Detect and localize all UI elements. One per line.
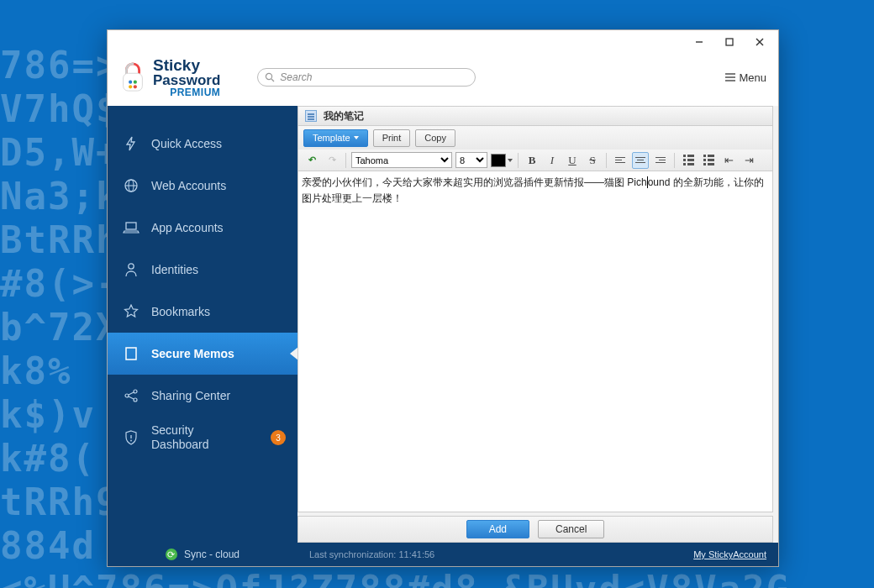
- copy-button[interactable]: Copy: [415, 129, 455, 147]
- indent-icon: ⇥: [745, 154, 754, 166]
- window-titlebar: [108, 30, 778, 54]
- hamburger-icon: [725, 73, 735, 81]
- outdent-icon: ⇤: [724, 154, 734, 166]
- sidebar-item-label: App Accounts: [151, 221, 224, 234]
- search-input[interactable]: Search: [257, 68, 476, 87]
- redo-icon: ↷: [329, 155, 336, 165]
- window-minimize-button[interactable]: [684, 33, 714, 51]
- align-right-icon: [656, 157, 666, 163]
- window-maximize-button[interactable]: [714, 33, 745, 51]
- undo-button[interactable]: ↶: [303, 152, 320, 169]
- brand-line2: Password: [153, 73, 220, 87]
- svg-point-9: [266, 73, 272, 79]
- svg-line-23: [129, 392, 134, 395]
- sidebar-item-app-accounts[interactable]: App Accounts: [108, 207, 297, 249]
- italic-icon: I: [550, 154, 554, 167]
- search-placeholder: Search: [280, 71, 312, 83]
- close-icon: [756, 38, 764, 46]
- sidebar-item-sharing-center[interactable]: Sharing Center: [108, 375, 297, 417]
- brand-line1: Sticky: [153, 57, 220, 73]
- svg-point-21: [134, 390, 137, 393]
- number-list-icon: [703, 155, 714, 165]
- globe-icon: [123, 177, 140, 194]
- memo-title: 我的笔记: [324, 109, 364, 123]
- app-window: Sticky Password PREMIUM Search Menu Quic…: [107, 29, 779, 567]
- bolt-icon: [123, 135, 140, 152]
- bold-icon: B: [529, 154, 536, 167]
- redo-button[interactable]: ↷: [324, 152, 340, 169]
- sidebar-item-label: Web Accounts: [151, 179, 226, 192]
- font-size-select[interactable]: 8: [455, 152, 487, 168]
- svg-line-10: [271, 79, 274, 81]
- sidebar-item-label: Quick Access: [151, 137, 222, 150]
- bold-button[interactable]: B: [524, 152, 540, 169]
- sidebar-item-bookmarks[interactable]: Bookmarks: [108, 291, 297, 333]
- document-icon: [305, 110, 317, 122]
- chevron-down-icon: [508, 159, 513, 162]
- indent-button[interactable]: ⇥: [740, 152, 757, 169]
- template-button[interactable]: Template: [303, 129, 368, 147]
- app-header: Sticky Password PREMIUM Search Menu: [108, 54, 778, 106]
- cancel-label: Cancel: [555, 523, 587, 535]
- sidebar-nav: Quick Access Web Accounts App Accounts I…: [108, 106, 297, 543]
- svg-point-22: [134, 398, 137, 402]
- brand-line3: PREMIUM: [153, 87, 220, 97]
- memo-editor[interactable]: 亲爱的小伙伴们，今天给大家带来超实用的浏览器插件更新情报——猫图 Pichoun…: [297, 171, 773, 512]
- sidebar-item-label: Secure Memos: [151, 347, 234, 360]
- sidebar-item-secure-memos[interactable]: Secure Memos: [108, 333, 297, 375]
- svg-rect-4: [124, 73, 143, 91]
- sidebar-item-identities[interactable]: Identities: [108, 249, 297, 291]
- copy-label: Copy: [424, 133, 446, 143]
- template-label: Template: [313, 133, 350, 143]
- chevron-down-icon: [354, 136, 359, 139]
- align-right-button[interactable]: [652, 152, 669, 169]
- star-icon: [123, 303, 140, 320]
- bulleted-list-button[interactable]: [680, 152, 697, 169]
- shield-icon: [123, 429, 140, 446]
- svg-point-5: [129, 81, 132, 84]
- svg-line-24: [129, 396, 134, 399]
- svg-point-7: [129, 85, 132, 88]
- sync-status[interactable]: Sync - cloud: [108, 543, 297, 566]
- memo-action-toolbar: Template Print Copy: [297, 126, 773, 150]
- memo-footer-bar: Add Cancel: [297, 516, 773, 543]
- memo-icon: [123, 345, 140, 362]
- padlock-icon: [119, 62, 146, 92]
- italic-button[interactable]: I: [544, 152, 561, 169]
- strikethrough-icon: S: [589, 154, 595, 167]
- add-button[interactable]: Add: [466, 520, 529, 538]
- print-button[interactable]: Print: [373, 129, 411, 147]
- menu-button[interactable]: Menu: [725, 71, 766, 84]
- cancel-button[interactable]: Cancel: [538, 520, 604, 538]
- menu-label: Menu: [739, 71, 766, 84]
- richtext-toolbar: ↶ ↷ Tahoma 8 B I U S: [297, 150, 773, 171]
- sidebar-item-web-accounts[interactable]: Web Accounts: [108, 165, 297, 207]
- svg-point-8: [134, 85, 137, 88]
- align-center-icon: [635, 157, 645, 163]
- minimize-icon: [695, 38, 703, 46]
- outdent-button[interactable]: ⇤: [720, 152, 737, 169]
- person-icon: [123, 261, 140, 278]
- maximize-icon: [725, 38, 734, 46]
- align-center-button[interactable]: [632, 152, 649, 169]
- sidebar-item-quick-access[interactable]: Quick Access: [108, 123, 297, 165]
- sidebar-item-label: Security Dashboard: [151, 423, 244, 452]
- underline-icon: U: [568, 154, 576, 167]
- font-select[interactable]: Tahoma: [351, 152, 452, 168]
- align-left-button[interactable]: [612, 152, 629, 169]
- window-close-button[interactable]: [745, 33, 775, 51]
- my-account-link[interactable]: My StickyAccount: [693, 549, 766, 559]
- bullet-list-icon: [683, 155, 694, 165]
- main-panel: 我的笔记 Template Print Copy ↶ ↷ Tahoma: [297, 106, 778, 543]
- sidebar-item-security-dashboard[interactable]: Security Dashboard 3: [108, 417, 297, 459]
- sidebar: Quick Access Web Accounts App Accounts I…: [108, 106, 297, 543]
- svg-rect-17: [126, 223, 136, 229]
- font-color-button[interactable]: [491, 154, 513, 167]
- strikethrough-button[interactable]: S: [584, 152, 601, 169]
- sidebar-item-label: Identities: [151, 263, 198, 276]
- numbered-list-button[interactable]: [700, 152, 717, 169]
- underline-button[interactable]: U: [564, 152, 581, 169]
- separator: [606, 153, 607, 168]
- search-icon: [265, 72, 275, 82]
- print-label: Print: [382, 133, 402, 143]
